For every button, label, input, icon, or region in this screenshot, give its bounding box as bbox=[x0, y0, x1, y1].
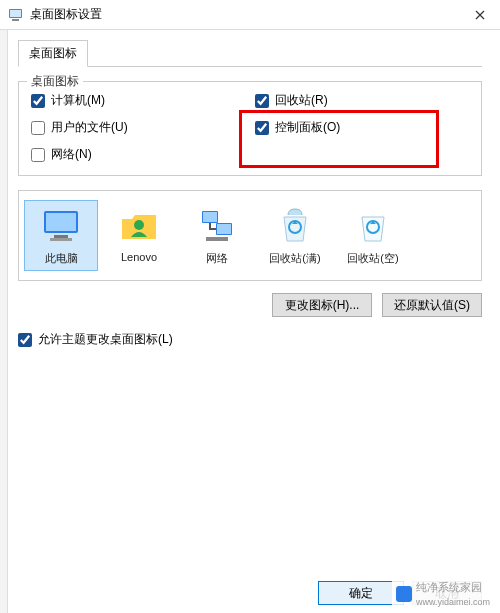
icon-item-recyclefull[interactable]: 回收站(满) bbox=[259, 201, 331, 270]
network-icon bbox=[196, 205, 238, 247]
checkbox-userfiles-label: 用户的文件(U) bbox=[51, 119, 128, 136]
checkbox-computer-label: 计算机(M) bbox=[51, 92, 105, 109]
group-legend: 桌面图标 bbox=[27, 73, 83, 90]
recycle-empty-icon bbox=[352, 205, 394, 247]
svg-rect-11 bbox=[217, 224, 231, 234]
checkbox-userfiles[interactable]: 用户的文件(U) bbox=[31, 119, 245, 136]
app-icon bbox=[8, 7, 24, 23]
checkbox-recyclebin-input[interactable] bbox=[255, 94, 269, 108]
svg-point-7 bbox=[134, 220, 144, 230]
group-desktop-icons: 桌面图标 计算机(M) 回收站(R) 用户的文件(U) 控制面板(O) 网络(N… bbox=[18, 81, 482, 176]
svg-rect-9 bbox=[203, 212, 217, 222]
checkbox-network[interactable]: 网络(N) bbox=[31, 146, 245, 163]
icon-item-network[interactable]: 网络 bbox=[181, 201, 253, 270]
checkbox-theme-change-label: 允许主题更改桌面图标(L) bbox=[38, 331, 173, 348]
recycle-full-icon bbox=[274, 205, 316, 247]
window-title: 桌面图标设置 bbox=[30, 6, 460, 23]
user-folder-icon bbox=[118, 205, 160, 247]
close-button[interactable] bbox=[460, 0, 500, 30]
icon-label-network: 网络 bbox=[206, 251, 228, 266]
checkbox-computer[interactable]: 计算机(M) bbox=[31, 92, 245, 109]
checkbox-recyclebin-label: 回收站(R) bbox=[275, 92, 328, 109]
watermark: 纯净系统家园 www.yidaimei.com bbox=[392, 578, 494, 609]
checkbox-controlpanel-input[interactable] bbox=[255, 121, 269, 135]
checkbox-recyclebin[interactable]: 回收站(R) bbox=[255, 92, 469, 109]
tab-desktop-icons[interactable]: 桌面图标 bbox=[18, 40, 88, 67]
icon-label-recyclefull: 回收站(满) bbox=[269, 251, 320, 266]
checkbox-controlpanel[interactable]: 控制面板(O) bbox=[255, 119, 469, 136]
icon-preview-list: 此电脑 Lenovo bbox=[18, 190, 482, 281]
svg-rect-12 bbox=[206, 237, 228, 241]
watermark-brand: 纯净系统家园 bbox=[416, 581, 482, 593]
checkbox-grid: 计算机(M) 回收站(R) 用户的文件(U) 控制面板(O) 网络(N) bbox=[31, 92, 469, 163]
svg-rect-6 bbox=[50, 238, 72, 241]
watermark-url: www.yidaimei.com bbox=[416, 597, 490, 607]
checkbox-userfiles-input[interactable] bbox=[31, 121, 45, 135]
svg-rect-1 bbox=[10, 10, 21, 17]
content-area: 桌面图标 桌面图标 计算机(M) 回收站(R) 用户的文件(U) 控制面板(O) bbox=[0, 30, 500, 348]
icon-label-thispc: 此电脑 bbox=[45, 251, 78, 266]
checkbox-network-input[interactable] bbox=[31, 148, 45, 162]
svg-rect-5 bbox=[54, 235, 68, 238]
restore-default-button[interactable]: 还原默认值(S) bbox=[382, 293, 482, 317]
checkbox-controlpanel-label: 控制面板(O) bbox=[275, 119, 340, 136]
icon-label-recycleempty: 回收站(空) bbox=[347, 251, 398, 266]
icon-item-thispc[interactable]: 此电脑 bbox=[25, 201, 97, 270]
icon-item-userfolder[interactable]: Lenovo bbox=[103, 201, 175, 270]
checkbox-theme-change-input[interactable] bbox=[18, 333, 32, 347]
monitor-icon bbox=[40, 205, 82, 247]
checkbox-theme-change[interactable]: 允许主题更改桌面图标(L) bbox=[18, 331, 482, 348]
svg-rect-2 bbox=[12, 19, 19, 21]
svg-rect-4 bbox=[46, 213, 76, 231]
icon-label-userfolder: Lenovo bbox=[121, 251, 157, 263]
titlebar: 桌面图标设置 bbox=[0, 0, 500, 30]
checkbox-computer-input[interactable] bbox=[31, 94, 45, 108]
watermark-logo-icon bbox=[396, 586, 412, 602]
icon-item-recycleempty[interactable]: 回收站(空) bbox=[337, 201, 409, 270]
tab-strip: 桌面图标 bbox=[18, 40, 482, 67]
icon-action-row: 更改图标(H)... 还原默认值(S) bbox=[18, 293, 482, 317]
checkbox-network-label: 网络(N) bbox=[51, 146, 92, 163]
change-icon-button[interactable]: 更改图标(H)... bbox=[272, 293, 372, 317]
